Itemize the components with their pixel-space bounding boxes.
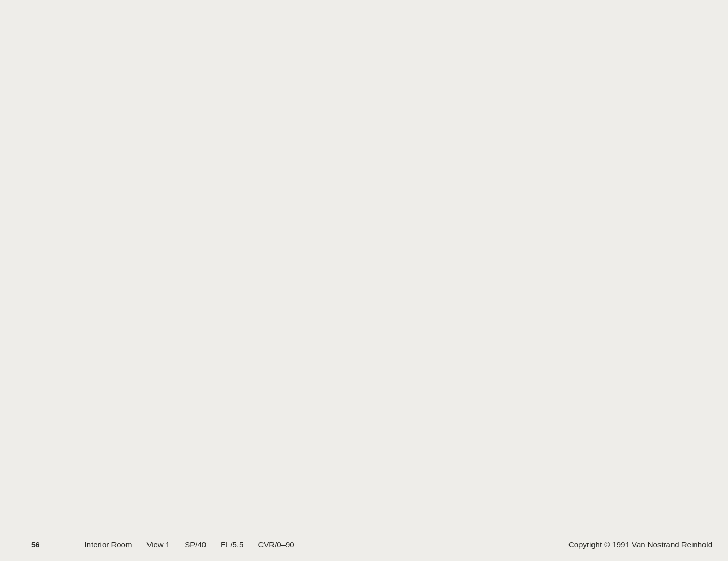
footer-right: Copyright © 1991 Van Nostrand Reinhold — [568, 540, 712, 549]
el-label: EL/5.5 — [221, 540, 243, 549]
copyright-text: Copyright © 1991 Van Nostrand Reinhold — [568, 540, 712, 549]
perspective-grid-page: 56 Interior Room View 1 SP/40 EL/5.5 CVR… — [0, 0, 728, 561]
view-label: View 1 — [146, 540, 170, 549]
perspective-grid-svg — [0, 0, 728, 561]
sp-label: SP/40 — [185, 540, 206, 549]
chart-title: Interior Room — [85, 540, 132, 549]
page-footer: 56 Interior Room View 1 SP/40 EL/5.5 CVR… — [0, 540, 728, 553]
footer-left: 56 Interior Room View 1 SP/40 EL/5.5 CVR… — [31, 540, 294, 549]
cvr-label: CVR/0–90 — [258, 540, 294, 549]
page-number: 56 — [31, 541, 40, 549]
